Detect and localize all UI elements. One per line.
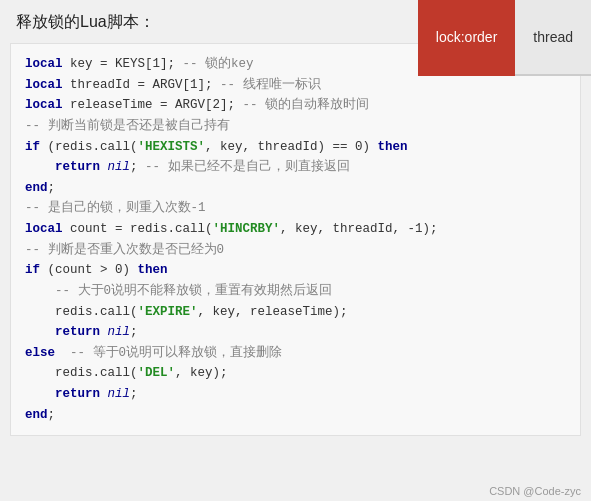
code-line-4: -- 判断当前锁是否还是被自己持有 xyxy=(25,116,566,137)
code-line-3: local releaseTime = ARGV[2]; -- 锁的自动释放时间 xyxy=(25,95,566,116)
code-line-17: return nil; xyxy=(25,384,566,405)
code-line-8: -- 是自己的锁，则重入次数-1 xyxy=(25,198,566,219)
tab-thread-label: thread xyxy=(533,29,573,45)
code-line-18: end; xyxy=(25,405,566,426)
code-line-15: else -- 等于0说明可以释放锁，直接删除 xyxy=(25,343,566,364)
tab-thread[interactable]: thread xyxy=(515,0,591,76)
code-line-10: -- 判断是否重入次数是否已经为0 xyxy=(25,240,566,261)
code-line-9: local count = redis.call('HINCRBY', key,… xyxy=(25,219,566,240)
tab-lock-order-label: lock:order xyxy=(436,29,497,45)
code-line-2: local threadId = ARGV[1]; -- 线程唯一标识 xyxy=(25,75,566,96)
tab-lock-order[interactable]: lock:order xyxy=(418,0,515,76)
code-line-6: return nil; -- 如果已经不是自己，则直接返回 xyxy=(25,157,566,178)
code-line-14: return nil; xyxy=(25,322,566,343)
code-block: local key = KEYS[1]; -- 锁的keylocal threa… xyxy=(10,43,581,436)
code-line-7: end; xyxy=(25,178,566,199)
code-line-13: redis.call('EXPIRE', key, releaseTime); xyxy=(25,302,566,323)
code-line-11: if (count > 0) then xyxy=(25,260,566,281)
top-bar: lock:order thread xyxy=(418,0,591,76)
code-line-12: -- 大于0说明不能释放锁，重置有效期然后返回 xyxy=(25,281,566,302)
footer: CSDN @Code-zyc xyxy=(489,485,581,497)
code-line-16: redis.call('DEL', key); xyxy=(25,363,566,384)
code-line-5: if (redis.call('HEXISTS', key, threadId)… xyxy=(25,137,566,158)
